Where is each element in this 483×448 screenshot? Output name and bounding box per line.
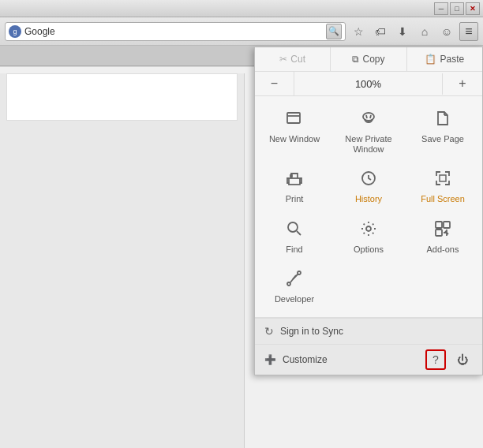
menu-item-history[interactable]: History: [332, 162, 405, 211]
print-icon: [285, 169, 304, 191]
menu-grid: New WindowNew Private WindowSave PagePri…: [255, 96, 482, 318]
menu-item-print[interactable]: Print: [258, 162, 331, 211]
svg-rect-14: [436, 222, 442, 228]
browser-chrome: ─ □ ✕ g 🔍 ☆ 🏷 ⬇ ⌂ ☺ ≡ ✂ Cut: [0, 0, 483, 448]
svg-line-12: [297, 231, 301, 235]
menu-item-find[interactable]: Find: [258, 213, 331, 261]
history-label: History: [355, 194, 382, 204]
add-ons-label: Add-ons: [427, 245, 459, 255]
history-icon: [359, 169, 378, 191]
full-screen-label: Full Screen: [421, 194, 465, 204]
zoom-value: 100%: [294, 73, 443, 95]
menu-item-full-screen[interactable]: Full Screen: [406, 162, 479, 211]
svg-rect-16: [436, 230, 442, 236]
new-window-icon: [285, 109, 304, 131]
customize-label: Customize: [283, 354, 419, 365]
zoom-row: − 100% +: [255, 72, 482, 96]
menu-item-new-window[interactable]: New Window: [258, 103, 331, 161]
svg-point-17: [287, 282, 290, 286]
svg-rect-10: [440, 175, 446, 181]
customize-row: ➕ Customize ? ⏻: [255, 345, 482, 375]
address-bar[interactable]: g 🔍: [5, 22, 346, 41]
svg-rect-15: [444, 222, 450, 228]
paste-button[interactable]: 📋 Paste: [407, 47, 482, 71]
new-private-window-label: New Private Window: [335, 134, 402, 155]
cut-label: Cut: [290, 54, 305, 65]
copy-icon: ⧉: [352, 54, 359, 65]
menu-item-new-private-window[interactable]: New Private Window: [332, 103, 405, 161]
scissors-icon: ✂: [279, 54, 287, 65]
svg-point-20: [298, 271, 301, 274]
edit-row: ✂ Cut ⧉ Copy 📋 Paste: [255, 47, 482, 72]
save-page-icon: [433, 109, 452, 131]
sign-in-button[interactable]: ↻ Sign in to Sync: [255, 319, 482, 345]
plus-icon: ➕: [264, 354, 276, 365]
menu-item-options[interactable]: Options: [332, 213, 405, 261]
home-button[interactable]: ⌂: [415, 22, 434, 41]
site-icon: g: [9, 25, 21, 38]
new-private-window-icon: [359, 109, 378, 131]
paste-label: Paste: [440, 54, 464, 65]
find-icon: [285, 219, 304, 241]
minimize-button[interactable]: ─: [434, 2, 448, 15]
address-input[interactable]: [24, 26, 323, 37]
bookmark-tags-button[interactable]: 🏷: [371, 22, 390, 41]
content-panel: [0, 73, 245, 448]
developer-icon: [285, 269, 304, 291]
add-ons-icon: [433, 219, 452, 241]
svg-line-3: [366, 115, 367, 118]
menu-button[interactable]: ≡: [459, 22, 478, 41]
find-label: Find: [286, 245, 302, 255]
options-icon: [359, 219, 378, 241]
sync-icon: ↻: [264, 325, 274, 338]
help-button[interactable]: ?: [425, 349, 446, 370]
options-label: Options: [354, 245, 384, 255]
menu-item-developer[interactable]: Developer: [258, 263, 331, 311]
content-inner: [6, 73, 238, 121]
svg-rect-7: [289, 178, 300, 185]
paste-icon: 📋: [425, 54, 436, 65]
svg-rect-0: [287, 113, 300, 123]
download-button[interactable]: ⬇: [393, 22, 412, 41]
toolbar: g 🔍 ☆ 🏷 ⬇ ⌂ ☺ ≡: [0, 17, 483, 46]
menu-item-add-ons[interactable]: Add-ons: [406, 213, 479, 261]
zoom-in-button[interactable]: +: [443, 72, 482, 95]
dropdown-menu: ✂ Cut ⧉ Copy 📋 Paste − 100% + New Window…: [254, 47, 483, 375]
copy-button[interactable]: ⧉ Copy: [331, 47, 406, 71]
cut-button[interactable]: ✂ Cut: [255, 47, 331, 71]
search-button[interactable]: 🔍: [326, 24, 342, 39]
close-button[interactable]: ✕: [466, 2, 480, 15]
svg-line-4: [370, 115, 371, 118]
menu-item-save-page[interactable]: Save Page: [406, 103, 479, 161]
svg-point-13: [366, 226, 371, 231]
new-window-label: New Window: [269, 134, 320, 144]
zoom-out-button[interactable]: −: [255, 72, 294, 95]
title-bar: ─ □ ✕: [0, 0, 483, 17]
developer-label: Developer: [275, 294, 314, 304]
sign-in-label: Sign in to Sync: [280, 326, 343, 337]
save-page-label: Save Page: [421, 134, 464, 144]
maximize-button[interactable]: □: [450, 2, 464, 15]
full-screen-icon: [433, 169, 452, 191]
copy-label: Copy: [362, 54, 384, 65]
svg-point-11: [288, 222, 298, 232]
svg-rect-8: [290, 175, 292, 177]
print-label: Print: [286, 194, 304, 204]
power-button[interactable]: ⏻: [452, 349, 473, 370]
bottom-actions: ↻ Sign in to Sync ➕ Customize ? ⏻: [255, 318, 482, 375]
bookmark-button[interactable]: ☆: [349, 22, 368, 41]
smiley-button[interactable]: ☺: [437, 22, 456, 41]
